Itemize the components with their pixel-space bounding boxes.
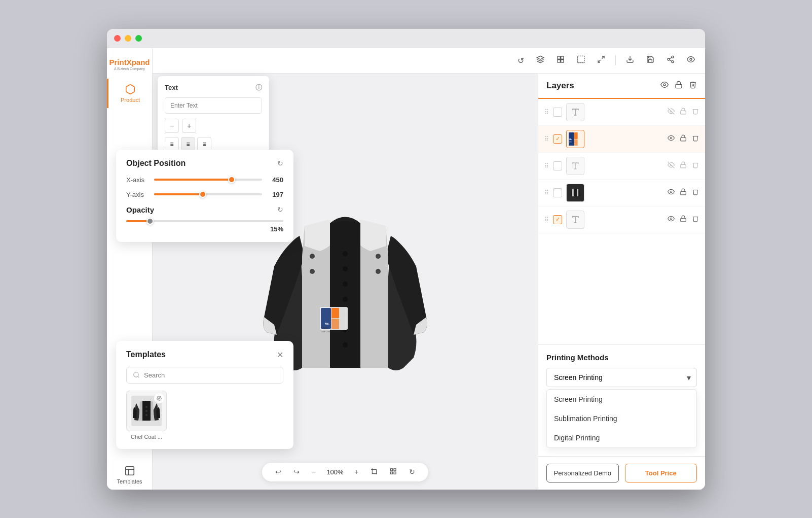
opacity-value: 15% [126,225,283,233]
template-item-chef-coat[interactable]: Chef Coat ... [126,391,167,440]
canvas-bottom-toolbar: ↩ ↪ − 100% + [262,463,428,481]
opacity-thumb [146,218,154,225]
template-thumb-chef-coat [126,391,167,431]
x-axis-slider[interactable] [154,179,262,181]
printing-option-sublimation-printing[interactable]: Sublimation Printing [547,409,696,428]
text-minus-button[interactable]: − [165,119,179,133]
text-input[interactable] [165,97,262,114]
svg-rect-32 [331,319,339,329]
svg-point-71 [145,410,147,412]
save-icon[interactable] [644,53,656,67]
svg-point-17 [690,58,692,60]
maximize-button[interactable] [135,35,142,42]
layer-row-1[interactable]: ⠿ [538,99,705,126]
info-icon: ⓘ [255,83,262,92]
layers-header-actions [660,81,697,91]
align-right-button[interactable]: ≡ [197,137,211,151]
layer-lock-icon-2[interactable] [680,134,687,143]
opacity-slider[interactable] [126,220,283,222]
layer-actions-5 [668,215,699,224]
printing-option-digital-printing[interactable]: Digital Printing [547,428,696,447]
layer-lock-icon-4[interactable] [680,188,687,197]
group-icon[interactable] [555,53,567,67]
close-button[interactable] [114,35,121,42]
zoom-out-button[interactable]: − [309,467,319,477]
layer-hidden-icon-1[interactable] [668,108,675,116]
svg-point-72 [145,414,147,416]
svg-rect-61 [681,191,686,194]
app-body: PrintXpand A Biztech Company Product [107,48,705,490]
layer-delete-icon-4[interactable] [692,188,699,197]
position-reset-icon[interactable]: ↻ [277,159,283,167]
svg-point-60 [670,191,672,193]
layer-check-1[interactable] [553,108,562,117]
tool-price-button[interactable]: Tool Price [625,464,697,482]
layer-check-4[interactable] [553,188,562,197]
layers-delete-icon[interactable] [689,81,697,91]
printing-select[interactable]: Screen Printing Sublimation Printing Dig… [546,368,697,387]
layer-lock-icon-5[interactable] [680,215,687,224]
layer-row-2[interactable]: ⠿ ✓ Mr. John [538,126,705,153]
svg-point-13 [668,58,670,60]
layer-check-2[interactable]: ✓ [553,134,562,144]
y-axis-slider[interactable] [154,193,262,195]
layers-eye-icon[interactable] [660,81,669,91]
templates-sidebar-label: Templates [117,478,142,485]
layer-delete-icon-5[interactable] [692,215,699,224]
layer-lock-icon-3[interactable] [680,161,687,170]
ungroup-icon[interactable] [575,53,587,67]
layer-lock-icon-1[interactable] [680,108,687,116]
templates-search-input[interactable] [144,371,277,379]
layer-eye-icon-4[interactable] [668,188,675,197]
layer-check-5[interactable]: ✓ [553,215,562,224]
layer-eye-icon-5[interactable] [668,215,675,224]
sidebar-item-product[interactable]: Product [107,79,152,108]
svg-point-40 [663,84,666,86]
svg-text:John: John [569,141,572,143]
svg-rect-30 [321,308,331,329]
share-icon[interactable] [665,53,677,67]
zoom-in-button[interactable]: + [351,467,361,477]
layer-delete-icon-2[interactable] [692,134,699,143]
minimize-button[interactable] [125,35,131,42]
sidebar-item-templates[interactable]: Templates [107,460,152,490]
svg-rect-0 [125,466,134,475]
grid-button[interactable] [387,467,400,477]
expand-icon[interactable] [595,53,607,67]
svg-rect-39 [391,472,393,474]
layers-icon[interactable] [534,53,546,67]
opacity-header: Opacity ↻ [126,205,283,214]
printing-option-screen-printing[interactable]: Screen Printing [547,390,696,409]
preview-icon[interactable] [685,53,697,67]
rotate-ccw-icon[interactable]: ↺ [515,54,526,67]
layer-drag-1: ⠿ [544,109,549,116]
svg-point-25 [310,254,315,259]
download-icon[interactable] [624,53,636,67]
position-panel-header: Object Position ↻ [126,159,283,168]
layers-lock-icon[interactable] [675,81,683,91]
layer-delete-icon-3[interactable] [692,161,699,170]
refresh-canvas-button[interactable]: ↻ [406,467,418,477]
y-axis-track [154,193,203,195]
layer-row-3[interactable]: ⠿ [538,153,705,180]
align-left-button[interactable]: ≡ [165,137,179,151]
crop-button[interactable] [367,467,381,477]
logo-subtitle: A Biztech Company [109,67,150,71]
text-plus-button[interactable]: + [182,119,196,133]
layer-row-4[interactable]: ⠿ [538,180,705,206]
svg-text:John: John [322,326,328,329]
layer-row-5[interactable]: ⠿ ✓ [538,206,705,233]
undo-button[interactable]: ↩ [272,467,284,477]
opacity-reset-icon[interactable]: ↻ [277,205,283,214]
redo-button[interactable]: ↪ [290,467,303,477]
layer-eye-icon-2[interactable] [668,134,675,143]
layer-hidden-icon-3[interactable] [668,161,675,170]
align-center-button[interactable]: ≡ [181,137,195,151]
personalized-demo-button[interactable]: Personalized Demo [546,464,619,482]
layer-delete-icon-1[interactable] [692,108,699,116]
svg-rect-48 [574,132,578,139]
printing-methods-title: Printing Methods [546,353,697,362]
layer-check-3[interactable] [553,161,562,170]
bottom-buttons: Personalized Demo Tool Price [538,456,705,490]
templates-close-icon[interactable]: ✕ [277,350,283,360]
